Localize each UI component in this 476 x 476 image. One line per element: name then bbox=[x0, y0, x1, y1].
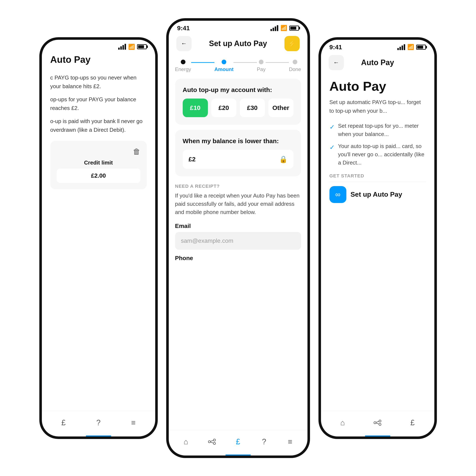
nav-help-center[interactable]: ? bbox=[257, 434, 272, 449]
status-icons-left: 📶 bbox=[118, 44, 147, 50]
svg-point-1 bbox=[213, 439, 216, 441]
svg-point-0 bbox=[208, 441, 210, 443]
svg-line-3 bbox=[210, 441, 213, 441]
left-content: c PAYG top-ups so you never when your ba… bbox=[42, 69, 155, 411]
topup-card: Auto top-up my account with: £10 £20 £30… bbox=[175, 79, 301, 125]
step-dot-energy bbox=[181, 60, 186, 64]
svg-line-9 bbox=[376, 423, 379, 424]
nav-title-right: Auto Pay bbox=[361, 58, 394, 67]
status-icons-right: 📶 bbox=[397, 44, 426, 50]
step-energy: Energy bbox=[175, 60, 191, 72]
nav-home-center[interactable]: ⌂ bbox=[178, 434, 193, 449]
step-label-pay: Pay bbox=[257, 67, 266, 72]
nav-home-right[interactable]: ⌂ bbox=[335, 415, 350, 430]
step-amount: Amount bbox=[214, 60, 234, 72]
status-bar-right: 9:41 📶 bbox=[321, 40, 434, 53]
battery-icon bbox=[137, 44, 147, 49]
nav-nodes-right[interactable] bbox=[370, 415, 385, 430]
amount-btn-other[interactable]: Other bbox=[268, 99, 293, 117]
back-button-center[interactable]: ← bbox=[176, 36, 192, 51]
nav-title-center: Set up Auto Pay bbox=[209, 39, 267, 48]
status-bar-center: 9:41 📶 bbox=[169, 21, 307, 34]
balance-field: £2 🔒 bbox=[183, 150, 293, 169]
nav-header-right: ← Auto Pay bbox=[321, 53, 434, 74]
phone-center: 9:41 📶 ← Set up Auto Pay ⚡ Energy bbox=[166, 18, 310, 458]
phone-right: 9:41 📶 ← Auto Pay Auto Pay Set up automa… bbox=[319, 37, 437, 439]
wifi-icon: 📶 bbox=[128, 44, 135, 50]
amount-options: £10 £20 £30 Other bbox=[183, 99, 293, 117]
step-dot-done bbox=[293, 60, 297, 64]
auto-pay-desc: Set up automatic PAYG top-u... forget to… bbox=[329, 98, 426, 116]
left-text-1: c PAYG top-ups so you never when your ba… bbox=[50, 73, 147, 91]
step-dot-amount bbox=[221, 60, 226, 64]
nav-icon-menu[interactable]: ≡ bbox=[126, 415, 141, 430]
amount-btn-20[interactable]: £20 bbox=[211, 99, 237, 117]
step-dot-pay bbox=[259, 60, 263, 64]
svg-point-2 bbox=[213, 442, 216, 444]
svg-point-7 bbox=[379, 423, 381, 425]
check-item-2: ✓ Your auto top-up is paid... card, so y… bbox=[329, 142, 426, 167]
topup-title: Auto top-up my account with: bbox=[183, 86, 293, 93]
step-connector-1 bbox=[191, 62, 214, 63]
phone-left: 📶 Auto Pay c PAYG top-ups so you never w… bbox=[39, 37, 158, 439]
check-text-1: Set repeat top-ups for yo... meter when … bbox=[338, 122, 426, 138]
scene: 📶 Auto Pay c PAYG top-ups so you never w… bbox=[0, 0, 476, 476]
step-done: Done bbox=[289, 60, 301, 72]
credit-limit-value: £2.00 bbox=[57, 169, 140, 183]
status-time-center: 9:41 bbox=[177, 25, 190, 32]
left-text-2: op-ups for your PAYG your balance reache… bbox=[50, 95, 147, 113]
check-text-2: Your auto top-up is paid... card, so you… bbox=[338, 142, 426, 167]
left-header: Auto Pay bbox=[42, 52, 155, 69]
receipt-section: NEED A RECEIPT? If you'd like a receipt … bbox=[175, 181, 301, 268]
get-started-label: GET STARTED bbox=[329, 173, 426, 179]
phone-label: Phone bbox=[175, 255, 301, 262]
screen-content-center: Auto top-up my account with: £10 £20 £30… bbox=[169, 79, 307, 430]
nav-menu-center[interactable]: ≡ bbox=[283, 434, 298, 449]
step-connector-3 bbox=[266, 62, 289, 63]
left-title: Auto Pay bbox=[50, 54, 91, 65]
stepper: Energy Amount Pay Done bbox=[169, 55, 307, 79]
receipt-desc: If you'd like a receipt when your Auto P… bbox=[175, 192, 301, 216]
divider bbox=[329, 182, 426, 182]
svg-line-4 bbox=[210, 442, 213, 443]
trash-icon[interactable]: 🗑 bbox=[133, 147, 140, 156]
nav-nodes-center[interactable] bbox=[204, 434, 219, 449]
battery-icon-right bbox=[416, 45, 426, 50]
auto-pay-hero-title: Auto Pay bbox=[329, 79, 426, 94]
signal-icon bbox=[118, 44, 126, 50]
amount-btn-30[interactable]: £30 bbox=[240, 99, 265, 117]
step-connector-2 bbox=[234, 62, 257, 63]
status-icons-center: 📶 bbox=[271, 25, 299, 31]
balance-title: When my balance is lower than: bbox=[183, 137, 293, 145]
email-input[interactable]: sam@example.com bbox=[175, 232, 301, 250]
lightning-button[interactable]: ⚡ bbox=[284, 36, 300, 51]
infinity-icon: ∞ bbox=[329, 186, 346, 203]
lock-icon: 🔒 bbox=[279, 155, 288, 163]
wifi-icon-right: 📶 bbox=[407, 44, 414, 50]
check-item-1: ✓ Set repeat top-ups for yo... meter whe… bbox=[329, 122, 426, 138]
left-text-3: o-up is paid with your bank ll never go … bbox=[50, 117, 147, 135]
step-label-amount: Amount bbox=[214, 67, 234, 72]
credit-limit-label: Credit limit bbox=[57, 159, 140, 166]
bottom-nav-left: £ ? ≡ bbox=[42, 411, 155, 437]
amount-btn-10[interactable]: £10 bbox=[183, 99, 208, 117]
email-label: Email bbox=[175, 223, 301, 229]
setup-autopay-button[interactable]: ∞ Set up Auto Pay bbox=[329, 186, 426, 203]
svg-point-5 bbox=[374, 422, 376, 424]
status-bar-left: 📶 bbox=[42, 40, 155, 52]
check-mark-1: ✓ bbox=[329, 122, 335, 132]
svg-point-6 bbox=[379, 420, 381, 422]
nav-pound-right[interactable]: £ bbox=[405, 415, 420, 430]
step-label-done: Done bbox=[289, 67, 301, 72]
setup-btn-label: Set up Auto Pay bbox=[351, 190, 402, 198]
nav-account-center[interactable]: £ bbox=[231, 434, 245, 449]
battery-icon-center bbox=[289, 26, 299, 31]
check-mark-2: ✓ bbox=[329, 142, 335, 152]
bottom-nav-center: ⌂ £ ? ≡ bbox=[169, 430, 307, 456]
wifi-icon-center: 📶 bbox=[280, 25, 287, 31]
nav-icon-pound[interactable]: £ bbox=[56, 415, 71, 430]
back-button-right[interactable]: ← bbox=[329, 55, 344, 70]
nav-icon-help[interactable]: ? bbox=[91, 415, 106, 430]
step-label-energy: Energy bbox=[175, 67, 191, 72]
bottom-nav-right: ⌂ £ bbox=[321, 411, 434, 437]
